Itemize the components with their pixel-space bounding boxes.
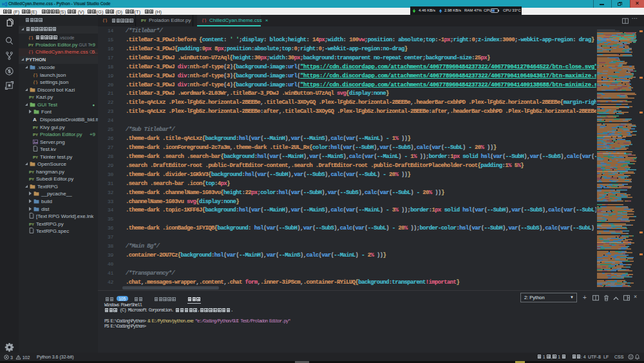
svg-text:{}: {} bbox=[33, 73, 38, 77]
svg-text:{}: {} bbox=[202, 19, 207, 23]
svg-text:{}: {} bbox=[28, 35, 33, 40]
svg-text:{}: {} bbox=[28, 50, 33, 55]
svg-text:{}: {} bbox=[33, 81, 38, 85]
svg-text:{}: {} bbox=[102, 19, 108, 23]
